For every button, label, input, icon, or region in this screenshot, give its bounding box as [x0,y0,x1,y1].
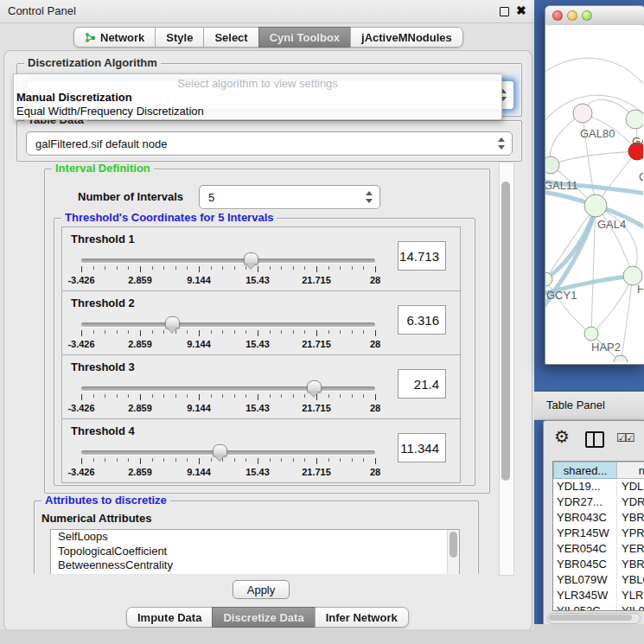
split-view-icon[interactable] [585,431,604,448]
threshold-value-field[interactable]: 6.316 [398,305,446,335]
slider-tick [222,394,223,398]
table-row[interactable]: YBR045CYBR045C [553,557,644,572]
settings-scrollbar-thumb[interactable] [501,182,510,481]
network-edge[interactable] [596,206,637,276]
algorithm-placeholder-item[interactable]: Select algorithm to view settings [14,77,501,90]
cyni-toolbox-panel: Discretization Algorithm Select algorith… [3,50,532,631]
network-node[interactable] [573,104,592,123]
table-row[interactable]: YER054CYER054C [553,541,644,557]
table-cell[interactable]: YBL079W [553,572,617,588]
table-cell[interactable]: YPR145W [617,526,644,541]
table-cell[interactable]: YER054C [617,541,644,557]
tab-infer-network[interactable]: Infer Network [315,607,409,628]
table-cell[interactable]: YDR27... [553,494,617,510]
attribute-list-item[interactable]: SelfLoops [51,530,459,545]
thresholds-group-title: Threshold's Coordinates for 5 Intervals [61,211,277,224]
table-row[interactable]: YPR145WYPR145W [553,526,644,541]
checkbox-icons[interactable]: ☑☑ [616,431,633,444]
slider-knob[interactable] [244,252,258,265]
tab-cyni-toolbox[interactable]: Cyni Toolbox [258,27,351,48]
table-cell[interactable]: YPR145W [553,526,617,541]
network-node[interactable] [626,110,643,129]
numerical-attributes-list[interactable]: SelfLoopsTopologicalCoefficientBetweenne… [50,529,460,574]
bottom-tabstrip: Impute DataDiscretize DataInfer Network [126,607,409,628]
slider-track[interactable] [81,258,375,263]
table-row[interactable]: YDL19...YDL19... [553,479,644,494]
network-edge[interactable] [545,58,643,94]
threshold-value-field[interactable]: 14.713 [398,241,446,271]
gear-icon[interactable]: ⚙ [554,428,570,445]
table-cell[interactable]: YBR043C [553,510,617,526]
network-canvas[interactable]: GAL80GAGAL11CGAL4GCY1HHAP2 [545,25,643,362]
zoom-traffic-light-icon[interactable] [582,10,592,21]
table-cell[interactable]: YDR27... [617,494,644,510]
slider-knob[interactable] [307,380,322,392]
table-cell[interactable]: YLR345W [617,588,644,603]
threshold-value-field[interactable]: 21.4 [398,369,446,399]
table-cell[interactable]: YIL052C [617,603,644,611]
algorithm-option[interactable]: Equal Width/Frequency Discretization [16,105,204,118]
list-scrollbar-thumb[interactable] [450,532,457,558]
table-cell[interactable]: YDL19... [617,479,644,494]
slider-track[interactable] [81,450,375,455]
threshold-slider[interactable]: -3.4262.8599.14415.4321.71528 [81,447,375,480]
threshold-slider[interactable]: -3.4262.8599.14415.4321.71528 [81,319,375,352]
slider-tick [375,330,376,336]
table-row[interactable]: YDR27...YDR27... [553,494,644,510]
network-node[interactable] [614,355,628,362]
table-horizontal-scrollbar-thumb[interactable] [549,615,632,621]
tab-network[interactable]: Network [73,27,156,48]
column-header-shared-name[interactable]: shared... [553,462,617,479]
network-node[interactable] [584,327,598,341]
table-row[interactable]: YIL052CYIL052C [553,603,644,611]
apply-button[interactable]: Apply [233,580,290,599]
table-cell[interactable]: YIL052C [553,603,617,611]
tab-select[interactable]: Select [203,27,258,48]
number-of-intervals-combobox[interactable]: 5 [199,185,380,209]
desktop-area: GAL80GAGAL11CGAL4GCY1HHAP2 Table Panel ⚙… [534,0,644,644]
table-cell[interactable]: YER054C [553,541,617,557]
list-scrollbar[interactable] [447,530,459,574]
table-cell[interactable]: YBR043C [617,510,644,526]
close-icon[interactable]: ✖ [516,3,526,17]
algorithm-option[interactable]: Manual Discretization [16,91,132,104]
table-row[interactable]: YBR043CYBR043C [553,510,644,526]
table-row[interactable]: YLR345WYLR345W [553,588,644,603]
tab-discretize-data[interactable]: Discretize Data [212,607,315,628]
slider-track[interactable] [81,322,375,327]
network-node[interactable] [545,156,559,174]
table-row[interactable]: YBL079WYBL079W [553,572,644,588]
tab-jactivemnodules[interactable]: jActiveMNodules [350,27,463,48]
float-window-icon[interactable] [500,7,509,16]
table-cell[interactable]: YBR045C [553,557,617,572]
network-edge[interactable] [551,151,637,165]
slider-tick-label: 15.43 [245,275,270,285]
slider-track[interactable] [81,386,375,391]
table-horizontal-scrollbar[interactable] [547,613,641,624]
minimize-traffic-light-icon[interactable] [567,10,577,21]
table-cell[interactable]: YLR345W [553,588,617,603]
attribute-list-item[interactable]: BetweennessCentrality [51,558,459,573]
tab-impute-data[interactable]: Impute Data [126,607,213,628]
settings-scrollbar[interactable] [499,162,514,576]
table-cell[interactable]: YBL079W [617,572,644,588]
network-window-titlebar[interactable] [545,6,644,26]
table-header-row: shared... name [553,462,644,479]
network-node[interactable] [584,194,607,217]
threshold-slider[interactable]: -3.4262.8599.14415.4321.71528 [81,383,375,416]
threshold-slider[interactable]: -3.4262.8599.14415.4321.71528 [81,255,375,288]
algorithm-group-title: Discretization Algorithm [24,56,161,69]
attribute-list-item[interactable]: TopologicalCoefficient [51,545,459,559]
table-cell[interactable]: YDL19... [553,479,617,494]
tab-style[interactable]: Style [155,27,204,48]
column-header-name[interactable]: name [616,462,644,479]
table-cell[interactable]: YBR045C [617,557,644,572]
network-graph[interactable]: GAL80GAGAL11CGAL4GCY1HHAP2 [545,25,643,362]
threshold-value-field[interactable]: 11.344 [398,433,446,462]
slider-knob[interactable] [213,444,227,456]
slider-knob[interactable] [165,316,180,328]
slider-tick-label: 28 [370,275,380,285]
network-edge-thick[interactable] [545,208,596,284]
table-data-combobox[interactable]: galFiltered.sif default node [26,131,513,156]
close-traffic-light-icon[interactable] [552,10,563,21]
